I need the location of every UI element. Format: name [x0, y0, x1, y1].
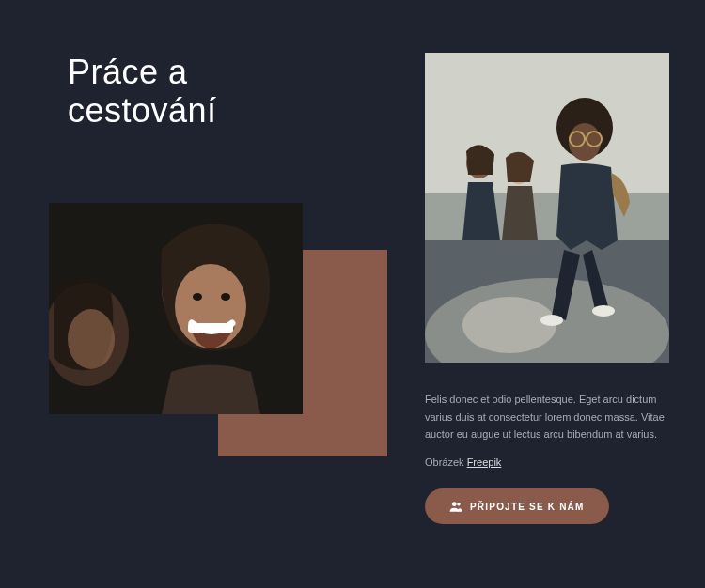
people-icon — [449, 501, 462, 512]
image-credit: Obrázek Freepik — [425, 456, 669, 468]
svg-point-4 — [221, 293, 230, 301]
primary-image — [49, 203, 303, 414]
svg-rect-8 — [425, 53, 669, 212]
secondary-image — [425, 53, 669, 363]
svg-point-7 — [68, 309, 115, 369]
cta-label: PŘIPOJTE SE K NÁM — [470, 502, 585, 512]
svg-point-23 — [457, 503, 461, 506]
page-title: Práce acestování — [68, 53, 368, 131]
body-text: Felis donec et odio pellentesque. Eget a… — [425, 391, 669, 443]
svg-point-18 — [540, 315, 563, 326]
main-container: Práce acestování — [0, 0, 705, 588]
credit-link[interactable]: Freepik — [467, 456, 502, 468]
svg-point-3 — [193, 293, 202, 301]
svg-point-19 — [592, 305, 615, 317]
credit-prefix: Obrázek — [425, 456, 467, 468]
svg-point-12 — [462, 297, 556, 353]
svg-rect-5 — [188, 323, 233, 333]
right-column: Felis donec et odio pellentesque. Eget a… — [368, 53, 669, 543]
svg-point-22 — [452, 502, 457, 506]
left-column: Práce acestování — [68, 53, 368, 543]
join-us-button[interactable]: PŘIPOJTE SE K NÁM — [425, 488, 609, 524]
